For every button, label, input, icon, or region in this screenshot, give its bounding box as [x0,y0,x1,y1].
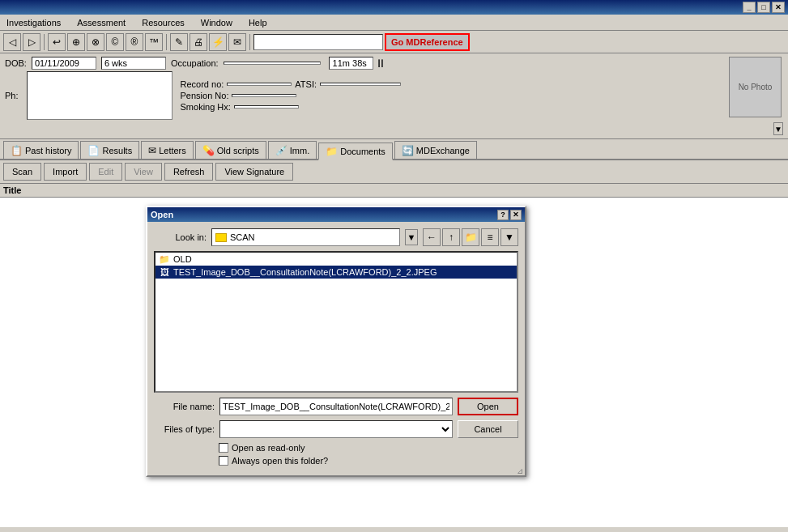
tab-old-scripts-label: Old scripts [217,146,259,155]
look-in-field[interactable]: SCAN [211,228,400,246]
dialog-body: Look in: SCAN ▼ ← ↑ 📁 ≡ ▼ [147,222,525,475]
file-list-item-old[interactable]: 📁 OLD [155,253,517,266]
tab-results[interactable]: 📄 Results [80,141,139,159]
nav-new-folder-button[interactable]: 📁 [462,228,479,246]
tab-bar: 📋 Past history 📄 Results ✉ Letters 💊 Old… [0,139,788,160]
file-list-area[interactable]: 📁 OLD 🖼 TEST_Image_DOB__ConsultationNote… [154,251,518,393]
tab-documents-label: Documents [340,147,385,156]
toolbar-btn-4[interactable]: ⊕ [67,33,85,51]
menu-investigations[interactable]: Investigations [3,16,64,29]
file-name-label: File name: [154,402,215,411]
dialog-title-buttons: ? ✕ [497,210,522,220]
tab-letters-label: Letters [159,146,186,155]
dialog-title: Open [151,210,173,219]
old-scripts-icon: 💊 [202,145,215,156]
toolbar-sep-1 [44,34,45,50]
table-header: Title [0,184,788,198]
title-bar-buttons: _ □ ✕ [743,2,785,13]
tab-past-history[interactable]: 📋 Past history [3,141,79,159]
toolbar-btn-12[interactable]: ✉ [228,33,246,51]
files-of-type-select[interactable] [219,420,453,438]
import-button[interactable]: Import [44,163,87,181]
resize-grip[interactable]: ⊿ [515,466,525,475]
tab-letters[interactable]: ✉ Letters [141,141,194,159]
timer-area: 11m 38s ⏸ [329,57,386,70]
toolbar-btn-10[interactable]: 🖨 [190,33,207,51]
timer-display: 11m 38s [329,57,373,70]
tab-documents[interactable]: 📁 Documents [318,143,393,160]
toolbar-btn-3[interactable]: ↩ [48,33,66,51]
results-icon: 📄 [87,145,100,156]
look-in-dropdown[interactable]: ▼ [405,229,418,245]
toolbar-btn-11[interactable]: ⚡ [209,33,227,51]
view-button[interactable]: View [125,163,162,181]
checkbox-readonly-row: Open as read-only [219,443,518,453]
file-name-old: OLD [173,254,192,264]
always-label: Always open this folder? [232,456,328,466]
patient-info: DOB: 01/11/2009 6 wks Occupation: 11m 38… [0,53,788,139]
tab-imm[interactable]: 💉 Imm. [268,141,317,159]
nav-view-toggle-button[interactable]: ≡ [481,228,499,246]
search-input[interactable] [253,34,383,50]
tab-mdexchange[interactable]: 🔄 MDExchange [394,141,477,159]
go-mdreference-button[interactable]: Go MDReference [385,33,470,51]
folder-icon [215,233,227,242]
file-name-row: File name: Open [154,398,518,415]
file-name-input[interactable] [219,398,453,415]
tab-old-scripts[interactable]: 💊 Old scripts [195,141,266,159]
nav-tools-button[interactable]: ▼ [500,228,518,246]
dob-value: 01/11/2009 [32,57,96,70]
always-checkbox[interactable] [219,456,228,466]
close-button[interactable]: ✕ [772,2,785,13]
modal-overlay: Open ? ✕ Look in: SCAN ▼ ← [0,198,788,527]
view-signature-button[interactable]: View Signature [215,163,293,181]
dialog-close-button[interactable]: ✕ [510,210,522,220]
tab-mdexchange-label: MDExchange [416,146,470,155]
atsi-value [320,83,401,86]
toolbar-btn-9[interactable]: ✎ [170,33,188,51]
photo-label: No Photo [739,83,773,92]
readonly-checkbox[interactable] [219,443,228,453]
table-col-title: Title [3,185,785,195]
smoking-value [234,105,299,109]
toolbar-btn-5[interactable]: ⊗ [87,33,104,51]
tab-results-label: Results [102,146,132,155]
refresh-button[interactable]: Refresh [164,163,214,181]
pension-value [232,94,296,97]
toolbar-sep-2 [166,34,167,50]
record-no-value [227,83,292,86]
toolbar-btn-6[interactable]: © [106,33,124,51]
open-button[interactable]: Open [458,398,518,415]
pause-button[interactable]: ⏸ [375,57,386,70]
mdexchange-icon: 🔄 [402,145,414,156]
menu-window[interactable]: Window [198,16,236,29]
maximize-button[interactable]: □ [757,2,770,13]
scan-button[interactable]: Scan [3,163,41,181]
minimize-button[interactable]: _ [743,2,756,13]
action-bar: Scan Import Edit View Refresh View Signa… [0,160,788,184]
toolbar: ◁ ▷ ↩ ⊕ ⊗ © ® ™ ✎ 🖨 ⚡ ✉ Go MDReference [0,31,788,53]
menu-resources[interactable]: Resources [138,16,188,29]
files-of-type-row: Files of type: Cancel [154,420,518,438]
occupation-label: Occupation: [171,58,219,68]
dialog-help-button[interactable]: ? [497,210,509,220]
scroll-down-btn[interactable]: ▼ [773,122,783,135]
toolbar-btn-8[interactable]: ™ [145,33,163,51]
nav-back-button[interactable]: ← [423,228,441,246]
toolbar-btn-7[interactable]: ® [126,33,143,51]
past-history-icon: 📋 [11,145,23,156]
name-area [27,71,173,120]
imm-icon: 💉 [275,145,288,156]
toolbar-btn-1[interactable]: ◁ [3,33,21,51]
toolbar-btn-2[interactable]: ▷ [23,33,40,51]
nav-up-button[interactable]: ↑ [442,228,460,246]
atsi-label: ATSI: [295,79,317,89]
main-content: Open ? ✕ Look in: SCAN ▼ ← [0,198,788,527]
file-list-item-jpeg[interactable]: 🖼 TEST_Image_DOB__ConsultationNote(LCRAW… [155,266,517,279]
menu-help[interactable]: Help [245,16,270,29]
readonly-label: Open as read-only [232,443,305,453]
cancel-button[interactable]: Cancel [458,420,518,438]
edit-button[interactable]: Edit [89,163,122,181]
toolbar-sep-3 [249,34,250,50]
menu-assessment[interactable]: Assessment [74,16,129,29]
